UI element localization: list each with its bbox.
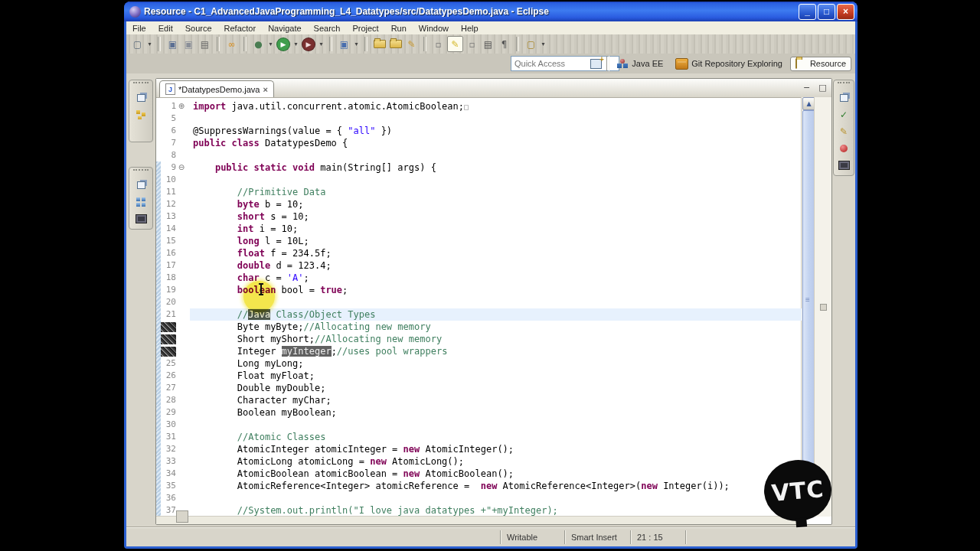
debug-menu-button[interactable]: ▾ bbox=[267, 37, 274, 51]
menu-search[interactable]: Search bbox=[308, 23, 347, 34]
code-line-30[interactable]: 30 bbox=[156, 419, 802, 431]
menu-help[interactable]: Help bbox=[455, 23, 485, 34]
code-line-34[interactable]: 34 AtomicBoolean atomicBoolean = new Ato… bbox=[156, 468, 802, 480]
menu-refactor[interactable]: Refactor bbox=[218, 23, 263, 34]
code-line-22[interactable]: 22 Byte myByte;//Allocating new memory bbox=[156, 321, 802, 333]
menu-edit[interactable]: Edit bbox=[152, 23, 179, 34]
occurrence-marker[interactable] bbox=[820, 304, 827, 311]
coverage-button[interactable]: ▶ bbox=[302, 37, 315, 51]
code-line-9[interactable]: 9⊖ public static void main(String[] args… bbox=[156, 161, 802, 174]
code-line-23[interactable]: 23 Short myShort;//Allocating new memory bbox=[156, 333, 802, 345]
link-editor-button[interactable]: ▫ bbox=[465, 37, 479, 51]
coverage-menu-button[interactable]: ▾ bbox=[318, 37, 325, 51]
code-line-24[interactable]: 24 Integer myInteger;//uses pool wrapper… bbox=[156, 345, 802, 357]
search-button[interactable]: ∞ bbox=[224, 37, 239, 51]
strip-drag-handle[interactable] bbox=[133, 82, 149, 88]
perspective-label: Resource bbox=[810, 59, 846, 68]
new-window-button[interactable]: ▣ bbox=[337, 37, 351, 51]
code-line-25[interactable]: 25 Long myLong; bbox=[156, 357, 802, 370]
code-line-1[interactable]: 1⊕import java.util.concurrent.atomic.Ato… bbox=[156, 100, 802, 112]
close-button[interactable]: × bbox=[837, 4, 854, 20]
restore-view-button[interactable] bbox=[129, 90, 152, 106]
code-line-7[interactable]: 7public class DatatypesDemo { bbox=[156, 137, 802, 149]
strip-drag-handle[interactable] bbox=[133, 169, 149, 175]
code-line-27[interactable]: 27 Double myDouble; bbox=[156, 382, 802, 394]
display-view-icon[interactable] bbox=[834, 157, 854, 174]
code-line-32[interactable]: 32 AtomicInteger atomicInteger = new Ato… bbox=[156, 443, 802, 455]
problems-view-icon[interactable] bbox=[834, 140, 854, 157]
snippets-view-icon[interactable]: ✎ bbox=[834, 123, 854, 140]
show-whitespace-toggle[interactable]: ¶ bbox=[497, 37, 511, 51]
project-explorer-view-icon[interactable] bbox=[129, 106, 152, 123]
code-line-28[interactable]: 28 Character myChar; bbox=[156, 394, 802, 406]
new-window-menu-button[interactable]: ▾ bbox=[353, 37, 360, 51]
save-button[interactable]: ▣ bbox=[165, 37, 180, 51]
code-line-8[interactable]: 8 bbox=[156, 149, 802, 161]
fold-toggle-icon[interactable]: ⊖ bbox=[176, 161, 187, 174]
fold-toggle-icon[interactable]: ⊕ bbox=[176, 100, 187, 112]
menu-run[interactable]: Run bbox=[385, 23, 413, 34]
code-line-26[interactable]: 26 Float myFloat; bbox=[156, 370, 802, 382]
menu-navigate[interactable]: Navigate bbox=[262, 23, 307, 34]
new-wizard-menu-button[interactable]: ▾ bbox=[146, 37, 153, 51]
code-line-12[interactable]: 12 byte b = 10; bbox=[156, 198, 802, 210]
code-line-33[interactable]: 33 AtomicLong atomicLong = new AtomicLon… bbox=[156, 455, 802, 468]
code-line-6[interactable]: 6@SuppressWarnings(value = { "all" }) bbox=[156, 125, 802, 137]
print-button[interactable]: ▤ bbox=[198, 37, 212, 51]
code-line-29[interactable]: 29 Boolean myBoolean; bbox=[156, 406, 802, 419]
save-all-button[interactable]: ▣ bbox=[181, 37, 196, 51]
maximize-button[interactable]: □ bbox=[818, 4, 835, 20]
code-line-17[interactable]: 17 double d = 123.4; bbox=[156, 259, 802, 272]
code-text: float f = 234.5f; bbox=[190, 247, 802, 259]
menu-window[interactable]: Window bbox=[413, 23, 455, 34]
code-line-13[interactable]: 13 short s = 10; bbox=[156, 210, 802, 223]
task-menu-button[interactable]: ▾ bbox=[540, 37, 547, 51]
code-line-37[interactable]: 37 //System.out.println("I love java dat… bbox=[156, 504, 802, 517]
task-list-view-icon[interactable]: ✓ bbox=[834, 106, 854, 123]
code-segment: new bbox=[403, 468, 420, 479]
annotation-button[interactable]: ▫ bbox=[431, 37, 446, 51]
strip-drag-handle[interactable] bbox=[838, 82, 850, 88]
code-line-10[interactable]: 10 bbox=[156, 174, 802, 186]
open-folder-button[interactable] bbox=[372, 37, 387, 51]
folder-icon bbox=[374, 40, 386, 48]
horizontal-scrollbar[interactable] bbox=[156, 516, 802, 524]
restore-view-button[interactable] bbox=[129, 177, 152, 194]
code-line-14[interactable]: 14 int i = 10; bbox=[156, 223, 802, 235]
debug-button[interactable]: ● bbox=[251, 37, 266, 51]
import-folder-button[interactable] bbox=[388, 37, 403, 51]
code-line-31[interactable]: 31 //Atomic Classes bbox=[156, 431, 802, 443]
show-list-button[interactable]: ▤ bbox=[481, 37, 495, 51]
line-number: 13 bbox=[156, 210, 176, 223]
run-button[interactable]: ▶ bbox=[276, 37, 290, 51]
minimize-button[interactable]: _ bbox=[799, 4, 816, 20]
code-line-35[interactable]: 35 AtomicReference<Integer> atomicRefere… bbox=[156, 480, 802, 492]
code-line-11[interactable]: 11 //Primitive Data bbox=[156, 186, 802, 198]
menu-file[interactable]: File bbox=[126, 23, 152, 34]
console-view-icon[interactable] bbox=[129, 210, 152, 227]
code-line-16[interactable]: 16 float f = 234.5f; bbox=[156, 247, 802, 259]
code-line-36[interactable]: 36 bbox=[156, 492, 802, 504]
magic-pencil-button[interactable]: ✎ bbox=[404, 37, 419, 51]
code-line-15[interactable]: 15 long l = 10L; bbox=[156, 235, 802, 247]
perspective-javaee[interactable]: Java EE bbox=[612, 57, 668, 70]
editor-maximize-button[interactable]: □ bbox=[817, 82, 828, 93]
menu-project[interactable]: Project bbox=[346, 23, 384, 34]
mark-occurrences-toggle[interactable]: ✎ bbox=[447, 36, 463, 52]
new-task-button[interactable]: ▢ bbox=[524, 37, 538, 51]
menu-source[interactable]: Source bbox=[179, 23, 218, 34]
perspective-git[interactable]: Git Repository Exploring bbox=[671, 57, 787, 71]
run-menu-button[interactable]: ▾ bbox=[292, 37, 299, 51]
open-perspective-button[interactable] bbox=[588, 56, 603, 71]
navigator-view-icon[interactable] bbox=[129, 123, 152, 140]
restore-view-button[interactable] bbox=[834, 90, 854, 106]
editor-tab[interactable]: J *DatatypesDemo.java × bbox=[159, 80, 274, 97]
tab-close-icon[interactable]: × bbox=[263, 85, 267, 94]
editor-minimize-button[interactable]: − bbox=[801, 82, 812, 93]
perspective-resource[interactable]: Resource bbox=[790, 57, 851, 71]
vertical-scrollbar[interactable]: ▲ ▼ bbox=[801, 97, 815, 517]
outline-view-icon[interactable] bbox=[129, 194, 152, 210]
code-line-5[interactable]: 5 bbox=[156, 112, 802, 125]
overview-ruler[interactable] bbox=[814, 97, 831, 517]
new-wizard-button[interactable]: ▢ bbox=[130, 37, 145, 51]
